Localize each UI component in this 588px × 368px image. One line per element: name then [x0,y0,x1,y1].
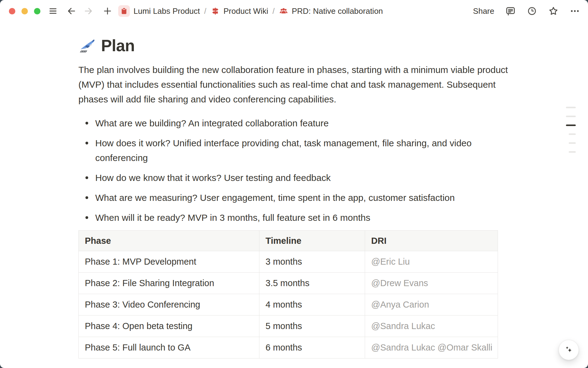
back-arrow-icon [66,6,76,16]
ellipsis-icon [570,6,580,16]
bullet-item[interactable]: What are we building? An integrated coll… [78,116,521,131]
phase-cell[interactable]: Phase 2: File Sharing Integration [79,273,259,294]
favorite-button[interactable] [548,6,559,16]
timeline-cell[interactable]: 6 months [259,337,365,358]
toc-bar[interactable] [569,133,576,135]
table-row: Phase 2: File Sharing Integration 3.5 mo… [79,273,498,294]
breadcrumb-label: PRD: Native collaboration [292,6,383,16]
table-row: Phase 1: MVP Development 3 months @Eric … [79,251,498,273]
zoom-button[interactable] [34,8,40,14]
table-row: Phase 3: Video Conferencing 4 months @An… [79,294,498,316]
page-title-row: Plan [78,36,588,55]
clipboard-icon [120,7,128,15]
updates-button[interactable] [527,6,537,16]
table-header-timeline[interactable]: Timeline [259,231,365,251]
minimize-button[interactable] [21,8,28,14]
forward-arrow-icon [84,6,93,16]
page-title[interactable]: Plan [101,36,135,55]
breadcrumb-label: Lumi Labs Product [134,6,200,16]
topbar: Lumi Labs Product / Product Wiki / [0,0,588,22]
timeline-cell[interactable]: 4 months [259,294,365,316]
more-button[interactable] [570,6,580,16]
phases-table: Phase Timeline DRI Phase 1: MVP Developm… [78,230,498,358]
bullet-item[interactable]: When will it be ready? MVP in 3 months, … [78,210,521,225]
app-window: Lumi Labs Product / Product Wiki / [0,0,588,368]
topbar-actions: Share [473,6,580,16]
back-button[interactable] [66,6,77,16]
airplane-departure-emoji[interactable] [78,36,96,54]
workspace-icon-badge [118,5,130,17]
comment-icon [505,6,516,16]
dri-cell[interactable]: @Drew Evans [365,273,498,294]
clock-icon [527,6,537,16]
breadcrumb-label: Product Wiki [224,6,268,16]
toc-bar[interactable] [569,142,576,144]
timeline-cell[interactable]: 3.5 months [259,273,365,294]
bullet-list: What are we building? An integrated coll… [78,116,521,225]
timeline-cell[interactable]: 5 months [259,316,365,337]
table-row: Phase 5: Full launch to GA 6 months @San… [79,337,498,358]
toc-bar[interactable] [569,151,576,153]
toc-indicator [566,107,576,153]
toc-bar[interactable] [566,116,576,117]
dri-cell[interactable]: @Sandra Lukac @Omar Skalli [365,337,498,358]
dri-cell[interactable]: @Anya Carion [365,294,498,316]
page-body: Plan The plan involves building the new … [0,22,588,358]
menu-icon [48,6,58,16]
plus-icon [103,6,112,16]
breadcrumb-separator: / [273,7,275,16]
table-header-row: Phase Timeline DRI [79,231,498,251]
toc-bar[interactable] [566,107,576,108]
dri-cell[interactable]: @Eric Liu [365,251,498,273]
forward-button[interactable] [83,6,94,16]
bullet-item[interactable]: What are we measuring? User engagement, … [78,190,521,205]
sidebar-menu-button[interactable] [48,6,58,16]
breadcrumb-separator: / [204,7,206,16]
bullet-item[interactable]: How do we know that it works? User testi… [78,171,521,185]
timeline-cell[interactable]: 3 months [259,251,365,273]
share-button[interactable]: Share [473,6,494,16]
dri-cell[interactable]: @Sandra Lukac [365,316,498,337]
breadcrumb-item-workspace[interactable]: Lumi Labs Product [134,6,200,16]
close-button[interactable] [9,8,15,14]
breadcrumb-item-product-wiki[interactable]: Product Wiki [211,6,268,16]
comments-button[interactable] [505,6,516,16]
new-page-button[interactable] [102,6,113,16]
table-row: Phase 4: Open beta testing 5 months @San… [79,316,498,337]
sparkles-icon [564,345,574,355]
toc-bar-active[interactable] [566,125,576,126]
people-icon [279,6,288,16]
phase-cell[interactable]: Phase 5: Full launch to GA [79,337,259,358]
table-header-dri[interactable]: DRI [365,231,498,251]
breadcrumb-item-prd[interactable]: PRD: Native collaboration [279,6,383,16]
ai-assistant-button[interactable] [559,340,579,360]
table-header-phase[interactable]: Phase [79,231,259,251]
intro-paragraph[interactable]: The plan involves building the new colla… [78,63,521,107]
phase-cell[interactable]: Phase 1: MVP Development [79,251,259,273]
phase-cell[interactable]: Phase 3: Video Conferencing [79,294,259,316]
signpost-icon [211,6,220,16]
phase-cell[interactable]: Phase 4: Open beta testing [79,316,259,337]
traffic-lights [9,8,40,14]
bullet-item[interactable]: How does it work? Unified interface prov… [78,136,521,165]
star-icon [548,6,559,16]
